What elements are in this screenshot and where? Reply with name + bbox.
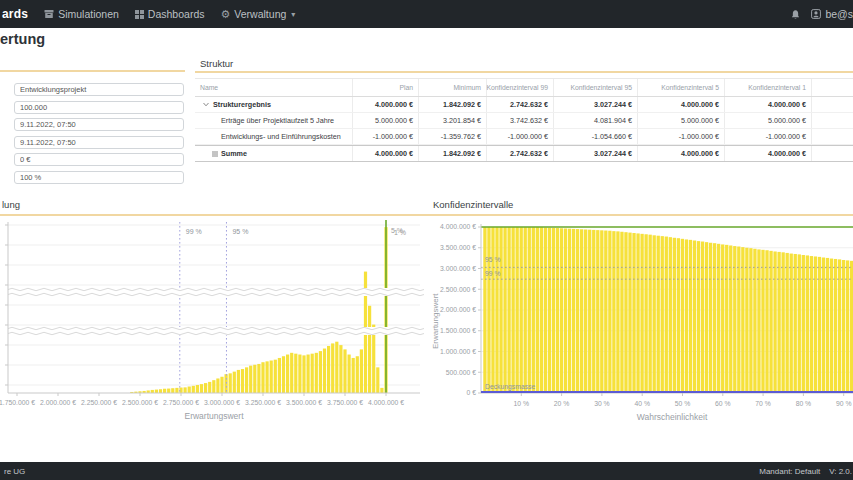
histogram-bar [302, 355, 305, 393]
percent-field[interactable] [14, 171, 184, 184]
x-tick-label: 80 % [796, 400, 812, 407]
percentile-bar [733, 246, 736, 393]
user-menu[interactable]: be@s [811, 8, 853, 20]
percentile-bar [677, 238, 680, 393]
created-date-field[interactable] [14, 118, 184, 131]
percentile-bar [499, 227, 502, 393]
percentile-bar [681, 239, 684, 393]
histogram-bar [171, 388, 174, 393]
histogram-bar [331, 343, 334, 393]
value-cell: 1.842.092 € [418, 146, 486, 161]
column-header: Konfidenzinterval 95 [553, 79, 637, 96]
histogram-bar [348, 355, 351, 393]
confidence-line-label: 95 % [232, 228, 248, 235]
konfidenz-chart: 95 %99 %Deckungsmasse0 €500.000 €1.000.0… [425, 218, 853, 430]
histogram-bar [212, 380, 215, 393]
histogram-bar [261, 362, 264, 393]
percentile-bar [507, 227, 510, 393]
amount-field[interactable] [14, 153, 184, 166]
percentile-bar [604, 231, 607, 393]
konfidenz-section-title: Konfidenzintervalle [433, 199, 513, 210]
histogram-bar [311, 354, 314, 393]
histogram-bar [245, 367, 248, 393]
histogram-bar [298, 355, 301, 393]
percentile-bar [673, 238, 676, 393]
value-cell: 3.027.244 € [553, 97, 637, 112]
percentile-bar [806, 255, 809, 393]
brand-logo[interactable]: ards [2, 7, 28, 21]
percentile-bar [560, 228, 563, 393]
histogram-bar [307, 355, 310, 393]
percentile-bar [689, 240, 692, 393]
histogram-bar [278, 358, 281, 393]
percentile-bar [568, 229, 571, 393]
confidence-line-label: 99 % [186, 228, 202, 235]
histogram-bar [290, 353, 293, 393]
percentile-bar [846, 260, 849, 393]
histogram-bar [188, 387, 191, 393]
percentile-bar [685, 239, 688, 393]
x-axis-label: Erwartungswert [184, 411, 244, 421]
percentile-bar [794, 254, 797, 393]
nav-item-simulationen[interactable]: Simulationen [44, 8, 119, 20]
y-tick-label: 3.500.000 € [440, 244, 476, 251]
footer-version: V: 2.0. [829, 467, 852, 476]
value-cell: 4.000.000 € [352, 146, 418, 161]
percentile-bar [495, 227, 498, 393]
histogram-bar [352, 358, 355, 393]
histogram-bar [266, 361, 269, 393]
histogram-bar [294, 354, 297, 393]
nav-item-verwaltung[interactable]: ⚙ Verwaltung ▾ [220, 8, 295, 20]
x-tick-label: 60 % [715, 400, 731, 407]
row-name-cell: Strukturergebnis [195, 97, 352, 112]
value-cell: -1.000.000 € [352, 129, 418, 144]
value-cell: 4.000.000 € [637, 146, 724, 161]
histogram-bar [319, 351, 322, 393]
tree-collapse-icon[interactable] [203, 102, 209, 107]
percentile-bar [765, 250, 768, 393]
project-name-field[interactable] [14, 83, 184, 96]
value-cell: 1.842.092 € [418, 97, 486, 112]
empty-cell [811, 97, 853, 112]
histogram-bar [282, 356, 285, 393]
value-cell: 3.027.244 € [553, 146, 637, 161]
percentile-bar [745, 248, 748, 393]
percentile-bar [842, 260, 845, 393]
value-cell: 4.000.000 € [637, 97, 724, 112]
histogram-bar [175, 388, 178, 393]
percentile-bar [576, 229, 579, 393]
percentile-bar [741, 247, 744, 393]
plan-line-label: 1 % [394, 229, 406, 236]
simulations-icon [44, 9, 54, 19]
nav-item-dashboards[interactable]: Dashboards [135, 8, 205, 20]
y-tick-label: 0 € [467, 389, 477, 396]
table-row[interactable]: Entwicklungs- und Einführungskosten-1.00… [195, 129, 853, 145]
percentile-bar [544, 227, 547, 393]
column-header: Konfidenzinterval 1 [724, 79, 811, 96]
iterations-field[interactable] [14, 101, 184, 114]
x-tick-label: 3.250.000 € [245, 399, 281, 406]
histogram-bar [204, 383, 207, 393]
table-row[interactable]: Summe4.000.000 €1.842.092 €2.742.632 €3.… [195, 145, 853, 162]
user-label: be@s [825, 8, 853, 20]
x-axis-label: Wahrscheinlichkeit [637, 412, 708, 422]
column-header: Konfidenzinterval 5 [637, 79, 724, 96]
y-tick-label: 2.000.000 € [440, 306, 476, 313]
percentile-bar [709, 243, 712, 393]
value-cell: 5.000.000 € [637, 113, 724, 128]
percentile-bar [769, 251, 772, 393]
percentile-bar [640, 234, 643, 393]
percentile-bar [717, 244, 720, 393]
percentile-bar [818, 257, 821, 393]
percentile-bar [665, 237, 668, 393]
table-row[interactable]: Erträge über Projektlaufzeit 5 Jahre5.00… [195, 113, 853, 129]
x-tick-label: 3.000.000 € [204, 399, 240, 406]
histogram-bar [163, 389, 166, 393]
percentile-bar [753, 249, 756, 393]
percentile-bar [749, 248, 752, 393]
percentile-bar [657, 236, 660, 393]
x-tick-label: 4.000.000 € [368, 399, 404, 406]
table-row[interactable]: Strukturergebnis4.000.000 €1.842.092 €2.… [195, 97, 853, 113]
bell-icon[interactable] [790, 9, 801, 20]
calculated-date-field[interactable] [14, 136, 184, 149]
